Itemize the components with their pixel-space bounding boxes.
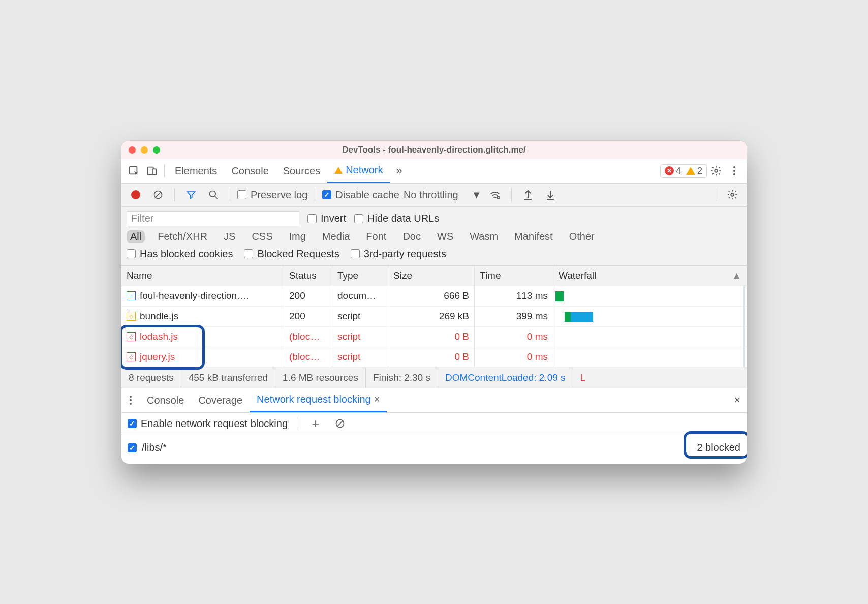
export-har-icon[interactable] (541, 186, 560, 204)
row-name: foul-heavenly-direction.… (140, 290, 249, 301)
clear-icon[interactable] (149, 186, 167, 204)
warning-count: 2 (697, 166, 702, 176)
drawer-tab-coverage[interactable]: Coverage (191, 388, 250, 412)
network-conditions-icon[interactable] (486, 186, 504, 204)
type-pill-img[interactable]: Img (286, 230, 309, 243)
network-settings-icon[interactable] (723, 186, 741, 204)
tab-elements[interactable]: Elements (168, 159, 224, 183)
tab-console[interactable]: Console (224, 159, 275, 183)
svg-rect-2 (152, 169, 156, 174)
hide-data-urls-checkbox[interactable]: Hide data URLs (354, 213, 439, 224)
type-pill-doc[interactable]: Doc (399, 230, 424, 243)
settings-icon[interactable] (707, 162, 725, 180)
search-icon[interactable] (204, 186, 223, 204)
row-size: 0 B (388, 327, 475, 347)
col-status[interactable]: Status (284, 266, 332, 286)
resource-type-filter: All Fetch/XHR JS CSS Img Media Font Doc … (127, 230, 741, 248)
tab-sources[interactable]: Sources (276, 159, 327, 183)
minimize-window-button[interactable] (141, 146, 148, 154)
svg-point-15 (130, 396, 132, 398)
has-blocked-cookies-checkbox[interactable]: Has blocked cookies (127, 248, 233, 260)
drawer-tab-console[interactable]: Console (140, 388, 191, 412)
row-time: 113 ms (475, 286, 553, 306)
type-pill-other[interactable]: Other (566, 230, 598, 243)
svg-point-5 (733, 170, 735, 172)
filter-icon[interactable] (182, 186, 200, 204)
third-party-checkbox[interactable]: 3rd-party requests (351, 248, 446, 260)
pattern-enabled-checkbox[interactable] (128, 443, 137, 452)
col-waterfall-label: Waterfall (559, 270, 596, 281)
table-row[interactable]: ◇bundle.js 200 script 269 kB 399 ms (121, 307, 747, 327)
col-size[interactable]: Size (388, 266, 475, 286)
type-pill-css[interactable]: CSS (248, 230, 276, 243)
table-row[interactable]: ≡foul-heavenly-direction.… 200 docum… 66… (121, 286, 747, 307)
summary-requests: 8 requests (121, 368, 181, 388)
row-type: docum… (332, 286, 388, 306)
type-pill-font[interactable]: Font (362, 230, 390, 243)
svg-point-4 (733, 166, 735, 168)
row-status: 200 (284, 307, 332, 326)
throttling-label: No throttling (404, 189, 458, 201)
filter-placeholder: Filter (131, 213, 153, 224)
drawer-tab-request-blocking[interactable]: Network request blocking × (250, 388, 387, 412)
main-tabstrip: Elements Console Sources Network » ✕ 4 2 (121, 159, 747, 184)
tab-network[interactable]: Network (327, 159, 390, 183)
filter-input[interactable]: Filter (127, 211, 299, 226)
drawer-kebab-icon[interactable] (121, 391, 140, 409)
close-window-button[interactable] (129, 146, 136, 154)
invert-checkbox[interactable]: Invert (307, 213, 346, 224)
drawer: Console Coverage Network request blockin… (121, 388, 747, 464)
type-pill-manifest[interactable]: Manifest (511, 230, 556, 243)
table-row[interactable]: ◇jquery.js (bloc… script 0 B 0 ms (121, 347, 747, 368)
type-pill-fetch-xhr[interactable]: Fetch/XHR (154, 230, 211, 243)
type-pill-js[interactable]: JS (220, 230, 239, 243)
enable-blocking-checkbox[interactable]: Enable network request blocking (128, 418, 288, 430)
col-type[interactable]: Type (332, 266, 388, 286)
drawer-toolbar: Enable network request blocking + (121, 413, 747, 435)
close-drawer-icon[interactable]: × (728, 391, 747, 409)
network-toolbar: Preserve log Disable cache No throttling… (121, 184, 747, 207)
blocking-patterns-list: /libs/* 2 blocked (121, 435, 747, 464)
drawer-tab-console-label: Console (147, 395, 184, 406)
hide-data-urls-label: Hide data URLs (367, 213, 439, 224)
sort-indicator-icon: ▲ (732, 270, 741, 281)
svg-point-3 (715, 169, 718, 172)
remove-all-icon[interactable] (331, 414, 349, 433)
type-pill-all[interactable]: All (127, 230, 145, 243)
col-waterfall[interactable]: Waterfall▲ (553, 266, 747, 286)
blocked-requests-checkbox[interactable]: Blocked Requests (244, 248, 339, 260)
preserve-log-checkbox[interactable]: Preserve log (237, 189, 307, 201)
issue-counter[interactable]: ✕ 4 2 (660, 164, 707, 178)
row-time: 0 ms (475, 347, 553, 367)
filter-bar: Filter Invert Hide data URLs All Fetch/X… (121, 207, 747, 265)
inspect-element-icon[interactable] (125, 162, 143, 180)
row-name: jquery.js (140, 351, 175, 363)
kebab-menu-icon[interactable] (725, 162, 743, 180)
script-blocked-icon: ◇ (127, 352, 136, 361)
tab-network-label: Network (346, 164, 383, 176)
blocking-pattern-row[interactable]: /libs/* 2 blocked (128, 437, 740, 459)
type-pill-media[interactable]: Media (319, 230, 353, 243)
pattern-text: /libs/* (142, 442, 167, 454)
close-tab-icon[interactable]: × (374, 394, 380, 405)
disable-cache-checkbox[interactable]: Disable cache (322, 189, 399, 201)
row-status: 200 (284, 286, 332, 306)
import-har-icon[interactable] (519, 186, 537, 204)
svg-point-14 (731, 193, 734, 196)
row-time: 399 ms (475, 307, 553, 326)
requests-table: Name Status Type Size Time Waterfall▲ ≡f… (121, 265, 747, 368)
maximize-window-button[interactable] (153, 146, 160, 154)
record-button[interactable] (127, 186, 145, 204)
type-pill-ws[interactable]: WS (433, 230, 457, 243)
col-name[interactable]: Name (121, 266, 284, 286)
type-pill-wasm[interactable]: Wasm (466, 230, 502, 243)
table-row[interactable]: ◇lodash.js (bloc… script 0 B 0 ms (121, 327, 747, 347)
throttling-select[interactable]: No throttling ▼ (404, 189, 482, 201)
more-tabs-icon[interactable]: » (390, 162, 409, 180)
waterfall-bar (571, 312, 593, 322)
row-name: lodash.js (140, 331, 178, 342)
device-toolbar-icon[interactable] (143, 162, 161, 180)
add-pattern-icon[interactable]: + (306, 414, 325, 433)
warning-triangle-icon (334, 167, 343, 174)
col-time[interactable]: Time (475, 266, 553, 286)
